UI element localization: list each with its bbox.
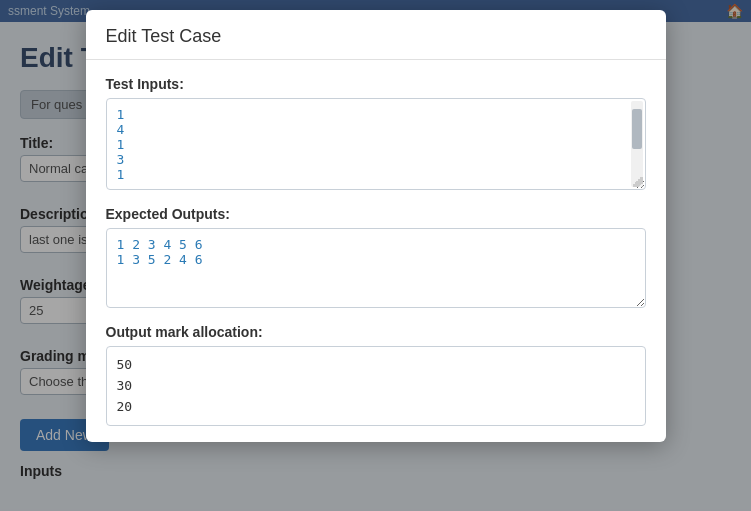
modal-overlay: Edit Test Case Test Inputs: 1 4 1 3 1 Ex…: [0, 0, 751, 511]
mark-line-2: 30: [117, 376, 635, 397]
test-inputs-label: Test Inputs:: [106, 76, 646, 92]
output-mark-label: Output mark allocation:: [106, 324, 646, 340]
test-inputs-container: 1 4 1 3 1: [106, 98, 646, 190]
modal-header: Edit Test Case: [86, 10, 666, 60]
resize-handle[interactable]: [633, 177, 643, 187]
expected-outputs-textarea[interactable]: 1 2 3 4 5 6 1 3 5 2 4 6: [106, 228, 646, 308]
mark-line-3: 20: [117, 397, 635, 418]
edit-test-case-modal: Edit Test Case Test Inputs: 1 4 1 3 1 Ex…: [86, 10, 666, 442]
mark-line-1: 50: [117, 355, 635, 376]
output-mark-allocation: 50 30 20: [106, 346, 646, 426]
modal-title: Edit Test Case: [106, 26, 222, 46]
modal-body: Test Inputs: 1 4 1 3 1 Expected Outputs:…: [86, 60, 666, 442]
scrollbar-thumb: [632, 109, 642, 149]
test-inputs-textarea[interactable]: 1 4 1 3 1: [107, 99, 645, 189]
expected-outputs-label: Expected Outputs:: [106, 206, 646, 222]
scrollbar-track: [631, 101, 643, 187]
